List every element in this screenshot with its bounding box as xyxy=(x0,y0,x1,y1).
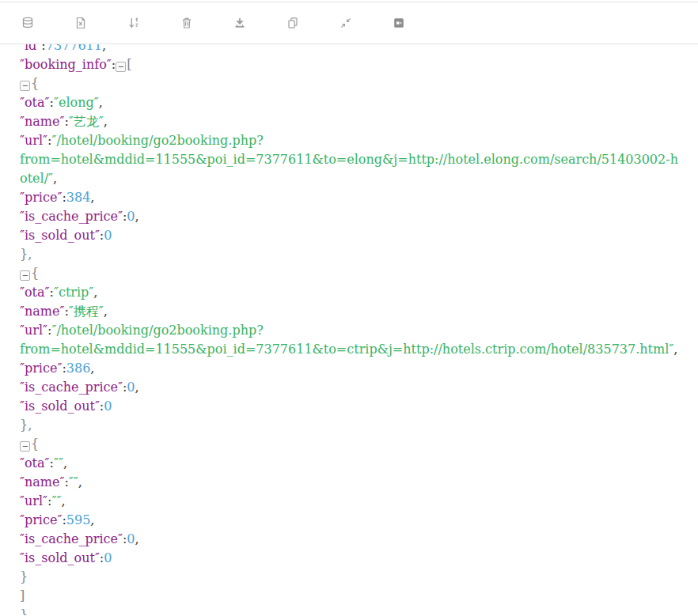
json-punct: , xyxy=(90,512,94,527)
database-icon[interactable] xyxy=(21,16,35,30)
json-key: ″name″ xyxy=(20,304,64,319)
json-number: 0 xyxy=(104,550,112,565)
json-line: ″name″:″″, xyxy=(20,473,685,492)
json-key: ″url″ xyxy=(20,323,47,338)
json-line: ″is_sold_out″:0 xyxy=(20,226,685,245)
json-line: ″price″:384, xyxy=(20,188,685,207)
collapse-node-icon[interactable]: − xyxy=(116,62,126,72)
json-line: −{ xyxy=(20,74,685,93)
json-punct: , xyxy=(135,380,139,395)
layout-icon[interactable] xyxy=(392,16,406,30)
json-string: ″携程″ xyxy=(69,304,104,319)
json-brace: { xyxy=(31,266,39,281)
json-key: ″is_sold_out″ xyxy=(20,399,100,414)
json-string: ″″ xyxy=(69,474,78,489)
json-brace: }, xyxy=(20,418,32,433)
json-punct: , xyxy=(104,114,108,129)
json-string: ″elong″ xyxy=(54,95,99,110)
json-key: ″is_sold_out″ xyxy=(20,550,100,565)
json-line: ″name″:″艺龙″, xyxy=(20,112,685,131)
json-number: 384 xyxy=(66,190,91,205)
json-line: ″is_sold_out″:0 xyxy=(20,549,685,568)
json-key: ″price″ xyxy=(20,361,62,376)
json-string: ″″ xyxy=(51,493,61,508)
json-key: ″name″ xyxy=(20,114,64,129)
json-punct: , xyxy=(104,304,108,319)
json-number: 7377611 xyxy=(46,44,102,53)
json-brace: }, xyxy=(20,607,32,615)
json-string: ″″ xyxy=(54,455,63,471)
json-line: } xyxy=(20,568,685,587)
json-string: ″/hotel/booking/go2booking.php? xyxy=(51,323,263,338)
collapse-node-icon[interactable]: − xyxy=(20,441,30,452)
json-line: ″price″:595, xyxy=(20,511,685,530)
json-number: 0 xyxy=(104,399,112,414)
json-key: ″id″ xyxy=(20,44,41,53)
json-line: ″is_cache_price″:0, xyxy=(20,207,685,226)
json-number: 595 xyxy=(66,512,91,527)
collapse-node-icon[interactable]: − xyxy=(20,270,30,281)
json-key: ″ota″ xyxy=(20,285,50,300)
json-brace: ] xyxy=(20,588,25,603)
json-number: 386 xyxy=(66,361,91,376)
json-string: from=hotel&mddid=11555&poi_id=7377611&to… xyxy=(20,342,673,357)
json-punct: , xyxy=(135,531,139,546)
json-brace: { xyxy=(31,76,39,91)
json-key: ″ota″ xyxy=(20,95,50,110)
json-line: }, xyxy=(20,606,685,615)
json-viewer: ″id″:7377611,″booking_info″:−[−{″ota″:″e… xyxy=(0,44,698,615)
json-string: ″ctrip″ xyxy=(54,285,93,300)
copy-icon[interactable] xyxy=(286,16,300,30)
json-key: ″is_cache_price″ xyxy=(20,531,123,546)
json-punct: , xyxy=(53,171,57,186)
download-icon[interactable] xyxy=(233,16,247,30)
json-brace: { xyxy=(31,436,39,452)
json-line: −{ xyxy=(20,435,685,454)
json-line: ″ota″:″elong″, xyxy=(20,93,685,112)
json-line: }, xyxy=(20,245,685,264)
json-punct: , xyxy=(99,95,103,110)
json-number: 0 xyxy=(104,228,112,243)
json-string: ″艺龙″ xyxy=(69,114,104,129)
sort-icon[interactable] xyxy=(127,16,141,30)
json-punct: , xyxy=(61,493,65,508)
collapse-node-icon[interactable]: − xyxy=(20,81,30,91)
json-line: ″url″:″/hotel/booking/go2booking.php?fro… xyxy=(20,131,685,188)
json-brace: }, xyxy=(20,247,32,262)
collapse-all-icon[interactable] xyxy=(339,16,353,30)
trash-icon[interactable] xyxy=(180,16,194,30)
json-key: ″url″ xyxy=(20,133,47,148)
json-key: ″url″ xyxy=(20,493,47,508)
json-line: ″id″:7377611, xyxy=(20,44,685,55)
json-line: ″ota″:″ctrip″, xyxy=(20,283,685,302)
json-punct: , xyxy=(673,342,677,357)
json-punct: , xyxy=(90,361,94,376)
json-line: }, xyxy=(20,416,685,435)
json-viewer-wrap: ″id″:7377611,″booking_info″:−[−{″ota″:″e… xyxy=(0,44,698,615)
json-line: ″ota″:″″, xyxy=(20,454,685,473)
json-key: ″is_cache_price″ xyxy=(20,209,123,224)
json-key: ″is_cache_price″ xyxy=(20,380,123,395)
json-line: ] xyxy=(20,587,685,606)
json-key: ″ota″ xyxy=(20,455,50,471)
json-key: ″is_sold_out″ xyxy=(20,228,100,243)
json-key: ″price″ xyxy=(20,512,62,527)
json-line: ″price″:386, xyxy=(20,359,685,378)
json-brace: } xyxy=(20,569,28,584)
json-line: −{ xyxy=(20,264,685,283)
json-key: ″name″ xyxy=(20,474,64,489)
json-punct: , xyxy=(90,190,94,205)
json-punct: , xyxy=(135,209,139,224)
json-punct: , xyxy=(63,455,67,471)
json-punct: , xyxy=(102,44,106,53)
json-line: ″is_sold_out″:0 xyxy=(20,397,685,416)
file-x-icon[interactable] xyxy=(74,16,88,30)
json-punct: , xyxy=(93,285,97,300)
json-line: ″is_cache_price″:0, xyxy=(20,378,685,397)
json-key: ″price″ xyxy=(20,190,62,205)
json-line: ″url″:″″, xyxy=(20,492,685,511)
json-line: ″is_cache_price″:0, xyxy=(20,530,685,549)
json-string: from=hotel&mddid=11555&poi_id=7377611&to… xyxy=(20,152,678,186)
json-string: ″/hotel/booking/go2booking.php? xyxy=(51,133,263,148)
json-number: 0 xyxy=(127,380,135,395)
